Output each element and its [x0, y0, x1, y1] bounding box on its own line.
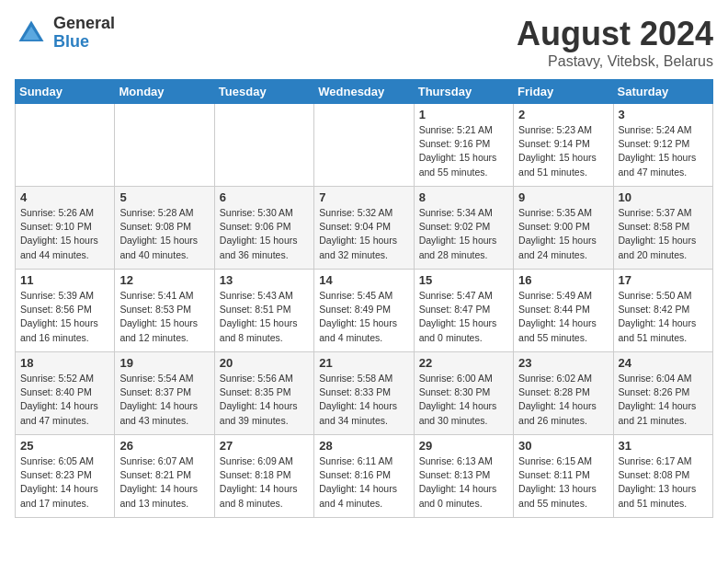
day-info: Sunrise: 6:11 AM Sunset: 8:16 PM Dayligh…: [319, 454, 408, 511]
day-number: 26: [119, 439, 209, 453]
calendar-cell: 13Sunrise: 5:43 AM Sunset: 8:51 PM Dayli…: [214, 270, 313, 352]
calendar-cell: 27Sunrise: 6:09 AM Sunset: 8:18 PM Dayli…: [214, 435, 313, 518]
day-number: 24: [619, 356, 708, 370]
calendar-cell: 12Sunrise: 5:41 AM Sunset: 8:53 PM Dayli…: [115, 270, 214, 352]
calendar-cell: 16Sunrise: 5:49 AM Sunset: 8:44 PM Dayli…: [514, 270, 613, 352]
logo: General Blue: [15, 15, 115, 52]
day-info: Sunrise: 5:58 AM Sunset: 8:33 PM Dayligh…: [319, 372, 408, 428]
day-number: 31: [619, 439, 708, 453]
calendar-cell: 5Sunrise: 5:28 AM Sunset: 9:08 PM Daylig…: [115, 187, 214, 270]
day-number: 16: [518, 273, 608, 287]
calendar-cell: 22Sunrise: 6:00 AM Sunset: 8:30 PM Dayli…: [414, 352, 513, 435]
calendar-subtitle: Pastavy, Vitebsk, Belarus: [517, 53, 713, 70]
calendar-week-3: 11Sunrise: 5:39 AM Sunset: 8:56 PM Dayli…: [16, 270, 713, 352]
day-info: Sunrise: 6:02 AM Sunset: 8:28 PM Dayligh…: [518, 372, 608, 428]
day-number: 25: [20, 439, 109, 453]
calendar-cell: [115, 104, 214, 187]
day-info: Sunrise: 5:37 AM Sunset: 8:58 PM Dayligh…: [619, 206, 708, 262]
day-info: Sunrise: 5:28 AM Sunset: 9:08 PM Dayligh…: [119, 206, 209, 262]
calendar-cell: [314, 104, 414, 187]
calendar-table: SundayMondayTuesdayWednesdayThursdayFrid…: [15, 79, 713, 518]
column-header-saturday: Saturday: [613, 80, 712, 104]
calendar-cell: 19Sunrise: 5:54 AM Sunset: 8:37 PM Dayli…: [115, 352, 214, 435]
day-info: Sunrise: 6:05 AM Sunset: 8:23 PM Dayligh…: [20, 454, 109, 511]
calendar-cell: [214, 104, 313, 187]
logo-general: General: [53, 15, 115, 33]
day-number: 27: [220, 439, 309, 453]
day-info: Sunrise: 5:47 AM Sunset: 8:47 PM Dayligh…: [419, 289, 508, 345]
day-info: Sunrise: 5:24 AM Sunset: 9:12 PM Dayligh…: [619, 123, 708, 179]
page-header: General Blue August 2024 Pastavy, Vitebs…: [15, 15, 713, 70]
calendar-week-4: 18Sunrise: 5:52 AM Sunset: 8:40 PM Dayli…: [16, 352, 713, 435]
day-number: 15: [419, 273, 508, 287]
logo-text: General Blue: [53, 15, 115, 52]
day-number: 2: [518, 108, 608, 121]
column-header-monday: Monday: [115, 80, 214, 104]
calendar-cell: 30Sunrise: 6:15 AM Sunset: 8:11 PM Dayli…: [514, 435, 613, 518]
calendar-cell: 20Sunrise: 5:56 AM Sunset: 8:35 PM Dayli…: [214, 352, 313, 435]
day-number: 21: [319, 356, 408, 370]
calendar-title: August 2024: [517, 15, 713, 53]
day-info: Sunrise: 6:17 AM Sunset: 8:08 PM Dayligh…: [619, 454, 708, 511]
day-info: Sunrise: 5:23 AM Sunset: 9:14 PM Dayligh…: [518, 123, 608, 179]
calendar-cell: 3Sunrise: 5:24 AM Sunset: 9:12 PM Daylig…: [613, 104, 712, 187]
calendar-cell: 8Sunrise: 5:34 AM Sunset: 9:02 PM Daylig…: [414, 187, 513, 270]
calendar-cell: 4Sunrise: 5:26 AM Sunset: 9:10 PM Daylig…: [16, 187, 115, 270]
day-number: 29: [419, 439, 508, 453]
day-info: Sunrise: 5:39 AM Sunset: 8:56 PM Dayligh…: [20, 289, 109, 345]
calendar-cell: 7Sunrise: 5:32 AM Sunset: 9:04 PM Daylig…: [314, 187, 414, 270]
day-info: Sunrise: 5:26 AM Sunset: 9:10 PM Dayligh…: [20, 206, 109, 262]
day-number: 19: [119, 356, 209, 370]
calendar-cell: 18Sunrise: 5:52 AM Sunset: 8:40 PM Dayli…: [16, 352, 115, 435]
day-info: Sunrise: 5:49 AM Sunset: 8:44 PM Dayligh…: [518, 289, 608, 345]
day-info: Sunrise: 5:50 AM Sunset: 8:42 PM Dayligh…: [619, 289, 708, 345]
calendar-cell: 24Sunrise: 6:04 AM Sunset: 8:26 PM Dayli…: [613, 352, 712, 435]
calendar-cell: 25Sunrise: 6:05 AM Sunset: 8:23 PM Dayli…: [16, 435, 115, 518]
day-info: Sunrise: 6:15 AM Sunset: 8:11 PM Dayligh…: [518, 454, 608, 511]
day-info: Sunrise: 6:00 AM Sunset: 8:30 PM Dayligh…: [419, 372, 508, 428]
calendar-cell: 9Sunrise: 5:35 AM Sunset: 9:00 PM Daylig…: [514, 187, 613, 270]
day-number: 23: [518, 356, 608, 370]
calendar-week-2: 4Sunrise: 5:26 AM Sunset: 9:10 PM Daylig…: [16, 187, 713, 270]
calendar-cell: 10Sunrise: 5:37 AM Sunset: 8:58 PM Dayli…: [613, 187, 712, 270]
day-number: 4: [20, 190, 109, 204]
calendar-cell: 26Sunrise: 6:07 AM Sunset: 8:21 PM Dayli…: [115, 435, 214, 518]
day-info: Sunrise: 5:35 AM Sunset: 9:00 PM Dayligh…: [518, 206, 608, 262]
day-number: 8: [419, 190, 508, 204]
day-number: 6: [220, 190, 309, 204]
logo-blue: Blue: [53, 33, 115, 52]
day-number: 30: [518, 439, 608, 453]
header-row: SundayMondayTuesdayWednesdayThursdayFrid…: [16, 80, 713, 104]
day-number: 5: [119, 190, 209, 204]
day-info: Sunrise: 5:34 AM Sunset: 9:02 PM Dayligh…: [419, 206, 508, 262]
day-info: Sunrise: 5:32 AM Sunset: 9:04 PM Dayligh…: [319, 206, 408, 262]
calendar-cell: 31Sunrise: 6:17 AM Sunset: 8:08 PM Dayli…: [613, 435, 712, 518]
column-header-friday: Friday: [514, 80, 613, 104]
day-info: Sunrise: 5:54 AM Sunset: 8:37 PM Dayligh…: [119, 372, 209, 428]
day-number: 18: [20, 356, 109, 370]
calendar-cell: 15Sunrise: 5:47 AM Sunset: 8:47 PM Dayli…: [414, 270, 513, 352]
day-info: Sunrise: 5:56 AM Sunset: 8:35 PM Dayligh…: [220, 372, 309, 428]
calendar-cell: 2Sunrise: 5:23 AM Sunset: 9:14 PM Daylig…: [514, 104, 613, 187]
calendar-cell: 6Sunrise: 5:30 AM Sunset: 9:06 PM Daylig…: [214, 187, 313, 270]
column-header-thursday: Thursday: [414, 80, 513, 104]
logo-icon: [15, 17, 48, 50]
day-info: Sunrise: 6:13 AM Sunset: 8:13 PM Dayligh…: [419, 454, 508, 511]
column-header-tuesday: Tuesday: [214, 80, 313, 104]
day-number: 9: [518, 190, 608, 204]
day-info: Sunrise: 5:43 AM Sunset: 8:51 PM Dayligh…: [220, 289, 309, 345]
calendar-cell: [16, 104, 115, 187]
calendar-cell: 29Sunrise: 6:13 AM Sunset: 8:13 PM Dayli…: [414, 435, 513, 518]
day-number: 10: [619, 190, 708, 204]
day-info: Sunrise: 6:04 AM Sunset: 8:26 PM Dayligh…: [619, 372, 708, 428]
day-number: 12: [119, 273, 209, 287]
day-number: 13: [220, 273, 309, 287]
column-header-sunday: Sunday: [16, 80, 115, 104]
day-number: 11: [20, 273, 109, 287]
day-info: Sunrise: 6:09 AM Sunset: 8:18 PM Dayligh…: [220, 454, 309, 511]
calendar-cell: 28Sunrise: 6:11 AM Sunset: 8:16 PM Dayli…: [314, 435, 414, 518]
column-header-wednesday: Wednesday: [314, 80, 414, 104]
day-number: 28: [319, 439, 408, 453]
day-number: 20: [220, 356, 309, 370]
calendar-cell: 1Sunrise: 5:21 AM Sunset: 9:16 PM Daylig…: [414, 104, 513, 187]
